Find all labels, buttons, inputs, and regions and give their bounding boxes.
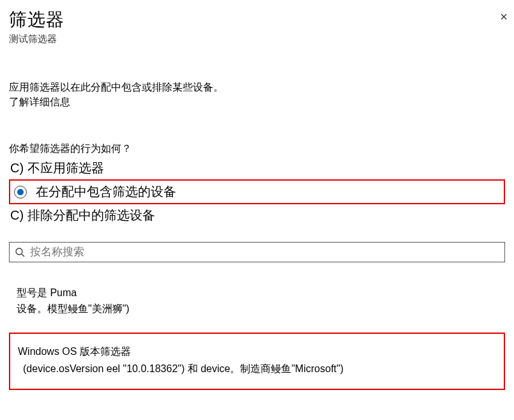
selected-filter-title: Windows OS 版本筛选器 [18,343,496,360]
option-none-label: 不应用筛选器 [27,161,104,175]
filter-result: 型号是 Puma 设备。模型鳗鱼"美洲狮") [9,285,505,317]
search-container [9,242,505,262]
page-title: 筛选器 [9,8,505,32]
close-icon: × [500,10,508,24]
radio-selected-icon [14,186,27,199]
option-exclude[interactable]: C) 排除分配中的筛选设备 [9,207,505,224]
result-line2: 设备。模型鳗鱼"美洲狮") [17,301,505,317]
svg-point-0 [16,248,22,255]
selected-filter[interactable]: Windows OS 版本筛选器 (device.osVersion eel "… [9,333,505,390]
option-prefix: C) [10,161,24,176]
learn-more-link[interactable]: 了解详细信息 [9,96,505,109]
behavior-options: C) 不应用筛选器 在分配中包含筛选的设备 C) 排除分配中的筛选设备 [9,160,505,224]
close-button[interactable]: × [500,10,508,23]
panel-header: 筛选器 测试筛选器 × [0,0,514,49]
svg-line-1 [22,254,24,257]
option-include[interactable]: 在分配中包含筛选的设备 [9,179,505,204]
panel-body: 应用筛选器以在此分配中包含或排除某些设备。 了解详细信息 你希望筛选器的行为如何… [0,49,514,390]
selected-filter-rule: (device.osVersion eel "10.0.18362") 和 de… [18,360,496,377]
search-box[interactable] [9,242,505,262]
option-none[interactable]: C) 不应用筛选器 [9,160,505,177]
option-exclude-label: 排除分配中的筛选设备 [27,208,155,222]
page-subtitle: 测试筛选器 [9,33,505,45]
option-prefix: C) [10,208,24,223]
result-line1: 型号是 Puma [17,285,505,301]
search-icon [15,247,25,257]
behavior-question: 你希望筛选器的行为如何？ [9,142,505,156]
intro-description: 应用筛选器以在此分配中包含或排除某些设备。 [9,81,505,94]
option-include-label: 在分配中包含筛选的设备 [36,183,176,200]
search-input[interactable] [30,246,499,259]
